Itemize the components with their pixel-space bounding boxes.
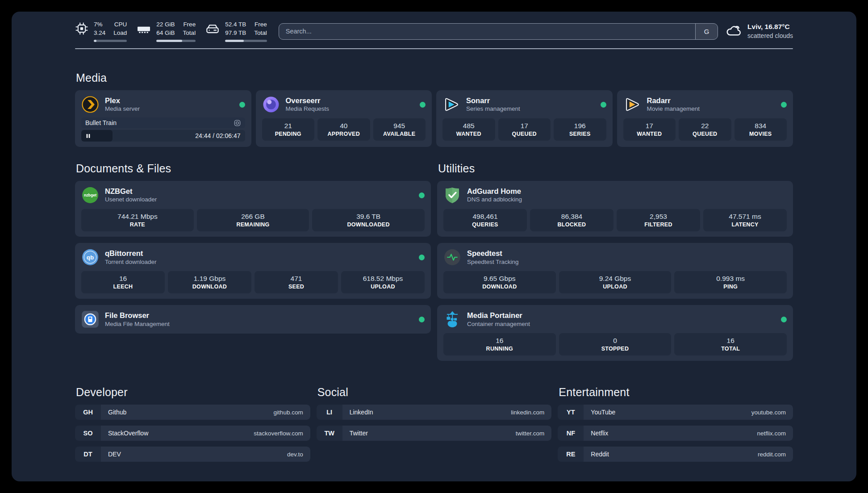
app-name: Media Portainer	[467, 311, 530, 320]
storage-metric-rows: 52.4 TB 97.9 TB Free Total	[225, 21, 267, 38]
bookmark-stackoverflow[interactable]: SO StackOverflow stackoverflow.com	[75, 426, 310, 441]
utilities-section-title: Utilities	[438, 162, 793, 175]
status-online-dot	[781, 317, 787, 322]
app-description: DNS and adblocking	[467, 196, 522, 204]
plex-text: Plex Media server	[105, 96, 140, 113]
stat-stopped: 0 STOPPED	[559, 333, 672, 355]
stat-label: BLOCKED	[532, 221, 612, 228]
bookmark-name: StackOverflow	[108, 430, 148, 437]
stat-upload: 9.24 Gbps UPLOAD	[559, 271, 672, 293]
app-card-filebrowser[interactable]: File Browser Media File Management	[75, 305, 431, 334]
status-online-dot	[419, 255, 425, 260]
app-card-plex[interactable]: Plex Media server Bullet Train	[75, 90, 251, 147]
stat-leech: 16 LEECH	[81, 271, 165, 293]
bookmark-name: Github	[108, 409, 126, 416]
bookmark-dev[interactable]: DT DEV dev.to	[75, 447, 310, 462]
playback-progress-bar[interactable]: 24:44 / 02:06:47	[81, 130, 245, 142]
bookmark-linkedin[interactable]: LI LinkedIn linkedin.com	[317, 405, 552, 420]
stat-remaining: 266 GB REMAINING	[197, 209, 309, 231]
bookmark-abbr: RE	[558, 447, 584, 462]
bookmark-netflix[interactable]: NF Netflix netflix.com	[558, 426, 793, 441]
bookmark-reddit[interactable]: RE Reddit reddit.com	[558, 447, 793, 462]
weather-location-temperature: Lviv, 16.87°C	[747, 22, 793, 32]
speedtest-text: Speedtest Speedtest Tracking	[467, 249, 519, 266]
stat-label: TOTAL	[676, 346, 785, 352]
weather-widget: Lviv, 16.87°C scattered clouds	[725, 22, 793, 41]
bookmark-main: Netflix netflix.com	[584, 426, 793, 441]
bookmark-github[interactable]: GH Github github.com	[75, 405, 310, 420]
storage-labels: Free Total	[254, 21, 267, 38]
stat-rate: 744.21 Mbps RATE	[81, 209, 194, 231]
app-card-qbittorrent[interactable]: qb qBittorrent Torrent downloader 16 LEE…	[75, 243, 431, 299]
bookmark-url: netflix.com	[757, 430, 786, 437]
stat-value: 17	[625, 121, 674, 130]
radarr-text: Radarr Movie management	[647, 96, 700, 113]
stat-value: 266 GB	[199, 212, 308, 221]
app-card-portainer[interactable]: Media Portainer Container management 16 …	[437, 305, 793, 361]
app-name: Sonarr	[466, 96, 520, 105]
stat-value: 40	[319, 121, 368, 130]
stat-value: 0.993 ms	[676, 274, 785, 283]
stat-series: 196 SERIES	[554, 118, 606, 141]
app-card-sonarr[interactable]: Sonarr Series management 485 WANTED 17 Q…	[436, 90, 613, 147]
app-card-speedtest[interactable]: Speedtest Speedtest Tracking 9.65 Gbps D…	[437, 243, 793, 299]
sonarr-stats: 485 WANTED 17 QUEUED 196 SERIES	[442, 118, 606, 141]
topbar: 7% 3.24 CPU Load	[75, 19, 793, 44]
app-description: Usenet downloader	[105, 196, 157, 204]
media-section-title: Media	[76, 71, 793, 84]
bookmark-main: YouTube youtube.com	[584, 405, 793, 420]
app-card-overseerr[interactable]: Overseerr Media Requests 21 PENDING 40 A…	[256, 90, 432, 147]
cpu-metric-rows: 7% 3.24 CPU Load	[94, 21, 127, 38]
filebrowser-card-header: File Browser Media File Management	[81, 310, 425, 328]
cpu-load-label: Load	[113, 29, 127, 38]
qbittorrent-card-header: qb qBittorrent Torrent downloader	[81, 248, 425, 266]
utilities-section: Utilities AdGuard Home	[437, 162, 793, 361]
bookmark-abbr: DT	[75, 447, 101, 462]
stat-value: 39.6 TB	[314, 212, 423, 221]
stat-wanted: 17 WANTED	[623, 118, 676, 141]
stat-running: 16 RUNNING	[443, 333, 556, 355]
cast-icon[interactable]	[234, 119, 241, 127]
developer-section: Developer GH Github github.com SO StackO…	[75, 386, 310, 462]
storage-metric: 52.4 TB 97.9 TB Free Total	[205, 21, 267, 42]
stat-label: RATE	[83, 221, 192, 228]
memory-values: 22 GiB 64 GiB	[156, 21, 175, 38]
svg-text:nzbget: nzbget	[84, 193, 96, 197]
bookmark-twitter[interactable]: TW Twitter twitter.com	[317, 426, 552, 441]
stat-value: 945	[375, 121, 424, 130]
stat-upload: 618.52 Mbps UPLOAD	[341, 271, 425, 293]
app-card-adguard[interactable]: AdGuard Home DNS and adblocking 498,461 …	[437, 181, 793, 237]
bookmarks-row: Developer GH Github github.com SO StackO…	[75, 386, 793, 462]
search-engine-button[interactable]: G	[695, 24, 718, 39]
storage-free-value: 52.4 TB	[225, 21, 246, 29]
search-input[interactable]	[279, 24, 695, 39]
bookmark-youtube[interactable]: YT YouTube youtube.com	[558, 405, 793, 420]
stat-label: QUEUED	[500, 131, 549, 137]
now-playing-row: Bullet Train	[81, 117, 245, 128]
stat-label: QUEUED	[680, 131, 730, 137]
stat-value: 485	[444, 121, 493, 130]
app-card-nzbget[interactable]: nzbget NZBGet Usenet downloader 744.21 M…	[75, 181, 431, 237]
stat-label: DOWNLOADED	[314, 221, 423, 228]
search-box: G	[279, 23, 718, 40]
bookmark-url: twitter.com	[516, 430, 545, 437]
storage-values: 52.4 TB 97.9 TB	[225, 21, 246, 38]
weather-text: Lviv, 16.87°C scattered clouds	[747, 22, 793, 40]
filebrowser-icon	[81, 310, 99, 328]
pause-icon[interactable]	[85, 133, 91, 139]
stat-label: FILTERED	[618, 221, 698, 228]
stat-value: 17	[500, 121, 549, 130]
app-name: Overseerr	[286, 96, 330, 105]
app-card-radarr[interactable]: Radarr Movie management 17 WANTED 22 QUE…	[617, 90, 793, 147]
memory-total-value: 64 GiB	[156, 29, 175, 38]
cpu-labels: CPU Load	[113, 21, 127, 38]
entertainment-list: YT YouTube youtube.com NF Netflix netfli…	[558, 405, 793, 462]
now-playing-title: Bullet Train	[85, 119, 117, 126]
stat-download: 9.65 Gbps DOWNLOAD	[443, 271, 556, 293]
stat-label: PENDING	[264, 131, 313, 137]
documents-cards: nzbget NZBGet Usenet downloader 744.21 M…	[75, 181, 431, 334]
bookmark-url: github.com	[274, 409, 303, 416]
storage-metric-body: 52.4 TB 97.9 TB Free Total	[225, 21, 267, 42]
adguard-icon	[443, 186, 461, 204]
stat-value: 2,953	[618, 212, 698, 221]
